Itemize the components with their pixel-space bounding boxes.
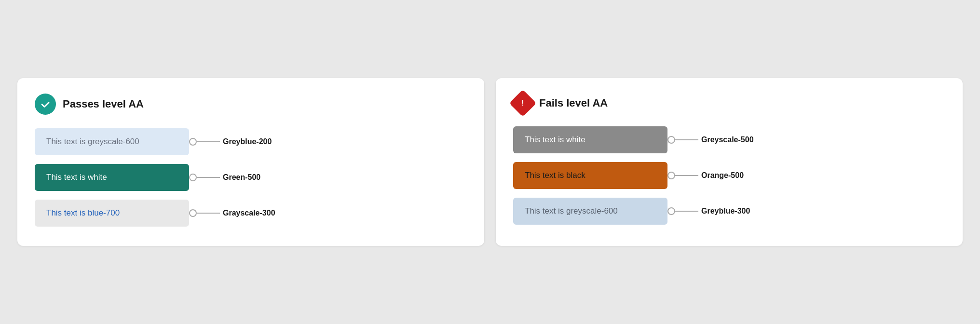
- connector-dash: [675, 139, 698, 140]
- connector-dash: [197, 177, 220, 178]
- fail-card-title: Fails level AA: [539, 97, 608, 109]
- pass-row-2: This text is white Green-500: [35, 164, 467, 191]
- connector-circle: [189, 209, 197, 217]
- page-wrapper: Passes level AA This text is greyscale-6…: [17, 78, 963, 246]
- connector-circle: [667, 207, 675, 215]
- connector-dash: [675, 175, 698, 176]
- fail-card: ! Fails level AA This text is white Grey…: [496, 78, 963, 246]
- pass-swatch-1: This text is greyscale-600: [35, 128, 189, 155]
- pass-card-title: Passes level AA: [63, 98, 144, 110]
- pass-row-1: This text is greyscale-600 Greyblue-200: [35, 128, 467, 155]
- connector-dash: [197, 141, 220, 142]
- pass-connector-3: Grayscale-300: [189, 209, 275, 217]
- pass-connector-1: Greyblue-200: [189, 137, 272, 146]
- fail-swatch-1: This text is white: [513, 126, 667, 153]
- pass-swatch-3: This text is blue-700: [35, 200, 189, 227]
- fail-row-2: This text is black Orange-500: [513, 162, 945, 189]
- connector-circle: [189, 138, 197, 146]
- pass-card-header: Passes level AA: [35, 94, 467, 115]
- fail-card-header: ! Fails level AA: [513, 94, 945, 113]
- pass-icon: [35, 94, 56, 115]
- fail-swatch-2: This text is black: [513, 162, 667, 189]
- fail-connector-3: Greyblue-300: [667, 207, 750, 216]
- fail-row-3: This text is greyscale-600 Greyblue-300: [513, 198, 945, 225]
- fail-icon: !: [509, 90, 537, 117]
- connector-dash: [197, 213, 220, 214]
- svg-text:!: !: [521, 99, 524, 107]
- fail-icon-inner: !: [518, 98, 528, 108]
- pass-row-3: This text is blue-700 Grayscale-300: [35, 200, 467, 227]
- pass-card: Passes level AA This text is greyscale-6…: [17, 78, 484, 246]
- fail-swatch-3: This text is greyscale-600: [513, 198, 667, 225]
- pass-swatch-2: This text is white: [35, 164, 189, 191]
- fail-connector-2: Orange-500: [667, 171, 744, 180]
- connector-circle: [667, 136, 675, 144]
- pass-connector-2: Green-500: [189, 173, 260, 182]
- fail-row-1: This text is white Greyscale-500: [513, 126, 945, 153]
- connector-circle: [189, 174, 197, 181]
- connector-dash: [675, 211, 698, 212]
- fail-connector-1: Greyscale-500: [667, 135, 754, 144]
- connector-circle: [667, 172, 675, 179]
